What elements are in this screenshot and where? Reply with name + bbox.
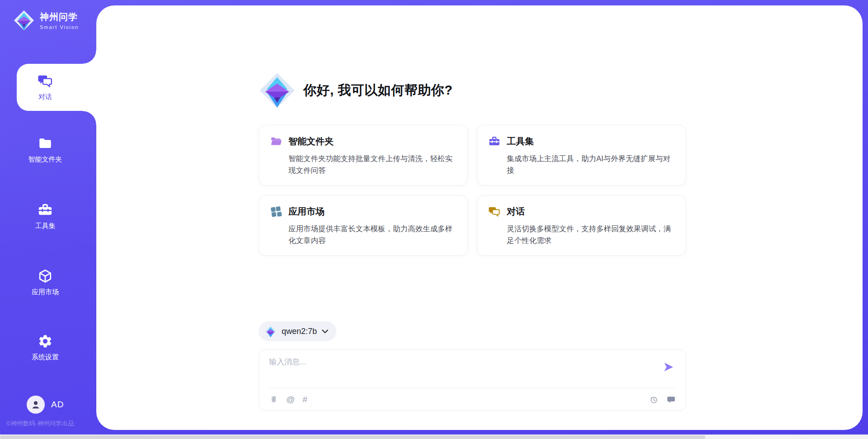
sidebar-item-label: 应用市场 xyxy=(32,288,59,296)
user-name: AD xyxy=(51,400,64,410)
main-panel: 你好, 我可以如何帮助你? 智能文件夹 智能文件夹功能支持批量文件上传与清洗，轻… xyxy=(96,5,863,430)
scrollbar-thumb[interactable] xyxy=(0,435,705,439)
card-description: 智能文件夹功能支持批量文件上传与清洗，轻松实现文件问答 xyxy=(270,153,457,176)
sidebar-item-settings[interactable]: 系统设置 xyxy=(0,334,90,362)
composer-toolbar: @ # xyxy=(269,395,676,405)
chat-bubble-button[interactable] xyxy=(666,395,676,405)
toolbox-icon xyxy=(38,202,53,218)
folder-icon xyxy=(38,136,53,151)
sidebar-item-label: 智能文件夹 xyxy=(28,155,62,164)
attachment-button[interactable] xyxy=(269,395,278,405)
avatar xyxy=(27,396,45,414)
chat-bubble-icon xyxy=(666,395,676,405)
feature-cards: 智能文件夹 智能文件夹功能支持批量文件上传与清洗，轻松实现文件问答 工具集 集成… xyxy=(259,125,686,256)
card-title: 工具集 xyxy=(507,135,534,148)
attachment-icon xyxy=(269,395,278,405)
model-name: qwen2:7b xyxy=(282,327,317,336)
diamond-logo-icon xyxy=(264,325,277,338)
brand-logo[interactable]: 神州问学 Smart Vision xyxy=(14,10,79,31)
sidebar: 神州问学 Smart Vision 对话 智能文件夹 工具集 xyxy=(0,0,96,439)
diamond-logo-icon xyxy=(259,72,295,109)
model-selector[interactable]: qwen2:7b xyxy=(259,321,336,341)
message-composer: @ # xyxy=(259,349,686,411)
sidebar-item-toolset[interactable]: 工具集 xyxy=(0,202,90,230)
app-grid-icon xyxy=(270,205,282,218)
card-description: 集成市场上主流工具，助力AI与外界无缝扩展与对接 xyxy=(488,153,675,176)
greeting-title: 你好, 我可以如何帮助你? xyxy=(303,81,453,100)
sidebar-item-chat[interactable]: 对话 xyxy=(17,64,96,111)
diamond-logo-icon xyxy=(14,10,34,31)
card-app-market[interactable]: 应用市场 应用市场提供丰富长文本模板，助力高效生成多样化文章内容 xyxy=(259,195,468,256)
gear-icon xyxy=(38,334,53,349)
folder-open-icon xyxy=(270,135,282,148)
brand-subtitle: Smart Vision xyxy=(40,24,79,30)
card-smart-folder[interactable]: 智能文件夹 智能文件夹功能支持批量文件上传与清洗，轻松实现文件问答 xyxy=(259,125,468,186)
greeting-block: 你好, 我可以如何帮助你? xyxy=(259,72,453,109)
history-button[interactable] xyxy=(649,395,659,405)
send-button[interactable] xyxy=(663,362,674,372)
history-icon xyxy=(649,395,659,405)
card-title: 智能文件夹 xyxy=(288,135,334,148)
card-chat[interactable]: 对话 灵活切换多模型文件，支持多样回复效果调试，满足个性化需求 xyxy=(477,195,686,256)
card-description: 应用市场提供丰富长文本模板，助力高效生成多样化文章内容 xyxy=(270,223,457,246)
composer-divider xyxy=(269,388,676,388)
person-icon xyxy=(30,399,41,410)
horizontal-scrollbar xyxy=(0,434,868,439)
card-title: 应用市场 xyxy=(288,205,325,218)
user-account[interactable]: AD xyxy=(27,396,64,414)
copyright-text: ©神州数码·神州问学出品 xyxy=(6,420,97,428)
sidebar-item-label: 对话 xyxy=(38,93,52,101)
sidebar-item-label: 工具集 xyxy=(35,222,56,230)
card-toolset[interactable]: 工具集 集成市场上主流工具，助力AI与外界无缝扩展与对接 xyxy=(477,125,686,186)
brand-title: 神州问学 xyxy=(40,11,79,23)
sidebar-item-label: 系统设置 xyxy=(32,353,59,362)
send-arrow-icon xyxy=(663,362,674,372)
sidebar-item-app-market[interactable]: 应用市场 xyxy=(0,268,90,296)
card-title: 对话 xyxy=(507,205,525,218)
mention-button[interactable]: @ xyxy=(286,395,295,405)
chat-bubbles-icon xyxy=(38,73,53,89)
toolbox-icon xyxy=(488,135,500,148)
hash-icon: # xyxy=(302,395,307,405)
message-input[interactable] xyxy=(269,357,657,383)
chat-bubbles-icon xyxy=(488,205,500,218)
cube-icon xyxy=(38,268,53,284)
mention-icon: @ xyxy=(286,395,295,405)
chevron-down-icon xyxy=(322,329,328,334)
sidebar-item-smart-folder[interactable]: 智能文件夹 xyxy=(0,136,90,164)
hash-button[interactable]: # xyxy=(302,395,307,405)
card-description: 灵活切换多模型文件，支持多样回复效果调试，满足个性化需求 xyxy=(488,223,675,246)
